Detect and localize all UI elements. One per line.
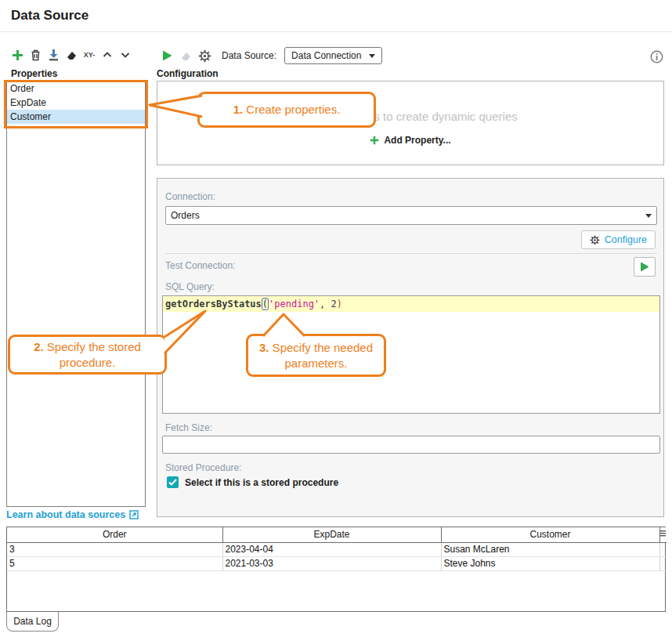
table-cell: 3: [7, 542, 222, 556]
table-row: 52021-03-03Steve Johns: [7, 556, 667, 570]
datasource-toolbar: Data Source: Data Connection: [159, 47, 382, 64]
callout-text: Create properties.: [243, 103, 340, 116]
table-cell: 5: [7, 556, 222, 570]
sql-query-label: SQL Query:: [165, 281, 215, 292]
properties-toolbar: XY-: [9, 47, 133, 63]
callout-create-properties: 1. Create properties.: [197, 92, 376, 128]
clear-icon[interactable]: [63, 47, 79, 63]
sql-token: getOrdersByStatus: [165, 299, 262, 309]
fetch-size-label: Fetch Size:: [165, 422, 212, 433]
column-chooser-icon: [660, 530, 666, 537]
play-icon: [640, 262, 649, 272]
table-cell: Susan McLaren: [441, 542, 659, 556]
table-cell: Steve Johns: [441, 556, 659, 570]
chevron-down-icon: [369, 54, 375, 58]
sql-token: (: [262, 298, 269, 310]
column-chooser-button[interactable]: [659, 527, 667, 542]
data-source-dropdown-value: Data Connection: [291, 50, 361, 61]
xy-icon-label: XY-: [84, 51, 96, 59]
move-down-icon[interactable]: [117, 47, 133, 63]
learn-about-data-sources-link[interactable]: Learn about data sources: [6, 509, 139, 520]
page-title: Data Source: [11, 8, 89, 24]
column-header[interactable]: ExpDate: [222, 527, 441, 542]
move-up-icon[interactable]: [99, 47, 115, 63]
rename-xy-icon[interactable]: XY-: [81, 47, 97, 63]
data-source-dropdown[interactable]: Data Connection: [284, 47, 382, 64]
info-icon[interactable]: [649, 49, 664, 64]
data-preview-table: OrderExpDateCustomer 32023-04-04Susan Mc…: [6, 527, 666, 612]
plus-icon: [370, 136, 379, 145]
property-list-item[interactable]: ExpDate: [7, 96, 145, 110]
add-property-link[interactable]: Add Property...: [157, 135, 663, 146]
table-cell: 2021-03-03: [222, 556, 441, 570]
sql-token: 2: [325, 299, 336, 309]
header-divider: [0, 31, 672, 32]
column-header[interactable]: Order: [7, 527, 222, 542]
sql-token: ): [337, 299, 342, 309]
delete-icon[interactable]: [27, 47, 43, 63]
check-icon: [168, 479, 177, 486]
sql-query-line: getOrdersByStatus('pending', 2): [163, 296, 659, 312]
callout-number: 2.: [34, 340, 44, 353]
import-icon[interactable]: [45, 47, 61, 63]
property-list-item[interactable]: Customer: [7, 110, 145, 124]
callout-stored-procedure: 2. Specify the stored procedure.: [8, 335, 167, 375]
tab-data-log-label: Data Log: [13, 616, 52, 627]
test-connection-label: Test Connection:: [165, 260, 235, 271]
properties-heading: Properties: [11, 68, 57, 79]
connection-dropdown[interactable]: Orders: [165, 206, 657, 225]
connection-panel: Connection: Orders Configure Test Connec…: [157, 178, 664, 517]
sql-query-editor[interactable]: getOrdersByStatus('pending', 2): [162, 295, 660, 414]
callout-number: 1.: [233, 103, 244, 116]
test-connection-button[interactable]: [634, 257, 656, 277]
settings-gear-icon[interactable]: [197, 48, 212, 63]
stored-procedure-row: Select if this is a stored procedure: [167, 476, 338, 488]
stored-procedure-label: Stored Procedure:: [165, 462, 241, 473]
callout-number: 3.: [259, 341, 269, 354]
add-property-label: Add Property...: [384, 135, 450, 146]
configure-label: Configure: [605, 234, 647, 245]
callout-text: Specify the stored procedure.: [44, 340, 141, 369]
table-header-row: OrderExpDateCustomer: [7, 527, 667, 542]
add-property-icon[interactable]: [9, 47, 25, 63]
properties-listbox[interactable]: OrderExpDateCustomer: [6, 81, 146, 507]
chevron-down-icon: [645, 214, 652, 218]
stored-procedure-checkbox[interactable]: [167, 476, 179, 488]
learn-link-label: Learn about data sources: [6, 509, 125, 520]
gear-icon: [590, 235, 600, 245]
table-cell: 2023-04-04: [222, 542, 441, 556]
clear-disabled-icon: [178, 48, 193, 63]
configure-button[interactable]: Configure: [581, 230, 656, 249]
fetch-size-input[interactable]: [162, 436, 660, 454]
table-cell-spacer: [659, 556, 667, 570]
stored-procedure-checkbox-label: Select if this is a stored procedure: [185, 477, 338, 488]
connection-dropdown-value: Orders: [171, 210, 200, 221]
external-link-icon: [129, 510, 139, 519]
run-query-icon[interactable]: [159, 48, 175, 63]
configuration-heading: Configuration: [157, 68, 219, 79]
column-header[interactable]: Customer: [441, 527, 659, 542]
table-cell-spacer: [659, 542, 667, 556]
connection-label: Connection:: [165, 191, 215, 202]
callout-text: Specify the needed parameters.: [269, 341, 373, 370]
data-source-label: Data Source:: [222, 50, 276, 61]
divider: [165, 253, 657, 254]
table-row: 32023-04-04Susan McLaren: [7, 542, 667, 556]
property-list-item[interactable]: Order: [7, 81, 145, 96]
tab-data-log[interactable]: Data Log: [6, 612, 59, 632]
callout-parameters: 3. Specify the needed parameters.: [246, 334, 386, 377]
sql-token: 'pending': [269, 299, 320, 309]
